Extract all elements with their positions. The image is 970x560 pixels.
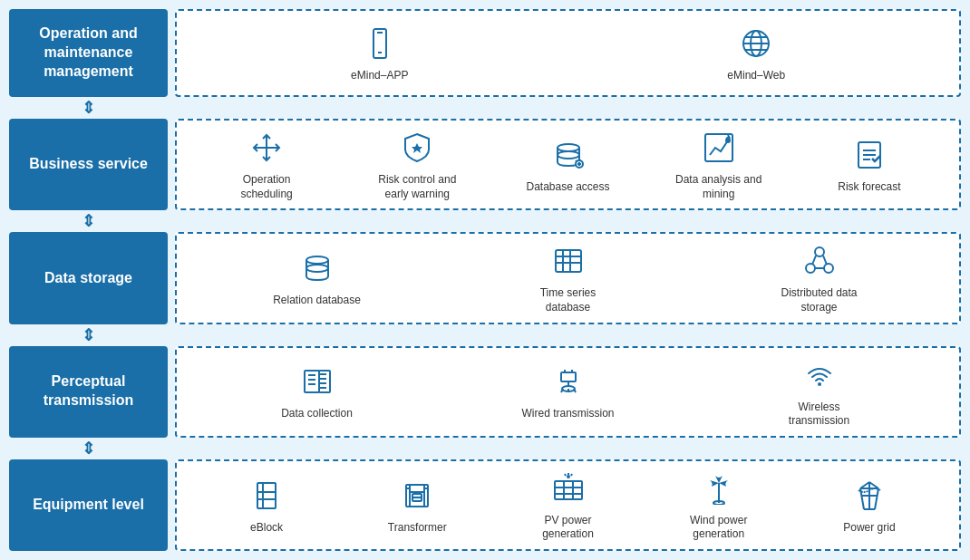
item-power-grid: Power grid [794, 476, 945, 536]
solar-icon [552, 468, 585, 508]
label-emind-app: eMind–APP [351, 69, 408, 83]
svg-point-73 [567, 475, 570, 478]
svg-line-82 [860, 482, 869, 488]
label-equipment-level: Equipment level [9, 459, 168, 551]
row-business-service: Business service Operation scheduling [9, 119, 961, 210]
analysis-icon [703, 128, 735, 168]
item-time-series-db: Time series database [442, 241, 694, 314]
arrow-4: ⇕ [9, 443, 961, 454]
label-data-collection: Data collection [281, 407, 353, 421]
item-transformer: Transformer [342, 476, 492, 536]
wireless-icon [803, 355, 836, 395]
label-emind-web: eMind–Web [727, 69, 785, 83]
item-pv-power: PV power generation [492, 468, 643, 542]
item-distributed-storage: Distributed data storage [694, 241, 945, 314]
svg-point-26 [306, 265, 328, 272]
label-perceptual-transmission: Perceptual transmission [9, 346, 168, 438]
wind-icon [703, 468, 735, 508]
item-relation-db: Relation database [191, 248, 442, 308]
label-power-grid: Power grid [843, 521, 895, 536]
label-business-service: Business service [9, 119, 168, 210]
label-wired-transmission: Wired transmission [521, 407, 614, 421]
collection-icon [301, 362, 334, 401]
database-icon [301, 248, 334, 288]
item-wired-transmission: Wired transmission [442, 362, 694, 421]
eblock-icon [250, 476, 283, 516]
transformer-icon [401, 476, 433, 516]
label-pv-power: PV power generation [519, 514, 618, 542]
arrow-2: ⇕ [9, 216, 961, 227]
arrow-3: ⇕ [9, 330, 961, 341]
svg-line-76 [565, 474, 566, 476]
svg-point-33 [806, 264, 815, 273]
scheduling-icon [250, 128, 283, 168]
row-operation-maintenance: Operation and maintenance management eMi… [9, 9, 961, 97]
main-diagram: Operation and maintenance management eMi… [9, 9, 961, 551]
svg-rect-27 [556, 250, 581, 272]
content-data-storage: Relation database Time series database [175, 232, 961, 323]
arrow-1: ⇕ [9, 102, 961, 113]
row-perceptual-transmission: Perceptual transmission [9, 346, 961, 438]
svg-point-25 [306, 256, 328, 264]
svg-line-36 [823, 256, 827, 265]
item-operation-scheduling: Operation scheduling [191, 128, 342, 201]
svg-rect-56 [257, 483, 276, 508]
svg-point-55 [818, 382, 821, 386]
label-relation-db: Relation database [273, 294, 361, 308]
svg-line-35 [812, 256, 816, 265]
label-distributed-storage: Distributed data storage [770, 286, 869, 314]
time-db-icon [552, 241, 585, 281]
label-database-access: Database access [526, 180, 609, 195]
wired-icon [552, 362, 585, 401]
distributed-icon [803, 241, 836, 281]
label-wind-power: Wind power generation [669, 514, 769, 542]
mobile-icon [364, 24, 396, 63]
content-operation-maintenance: eMind–APP eMind–Web [175, 9, 961, 97]
content-business-service: Operation scheduling Risk control and ea… [175, 119, 961, 210]
label-risk-control: Risk control and early warning [367, 173, 467, 201]
item-emind-app: eMind–APP [191, 24, 568, 83]
svg-point-11 [558, 144, 579, 151]
item-emind-web: eMind–Web [568, 24, 946, 83]
svg-rect-38 [305, 371, 319, 392]
content-equipment-level: eBlock Transformer [175, 459, 961, 551]
item-wind-power: Wind power generation [644, 468, 794, 542]
db-access-icon [552, 135, 585, 175]
label-time-series-db: Time series database [519, 286, 618, 314]
item-risk-forecast: Risk forecast [794, 135, 945, 195]
forecast-icon [853, 135, 886, 175]
item-risk-control: Risk control and early warning [342, 128, 492, 201]
svg-point-12 [558, 151, 579, 159]
item-wireless-transmission: Wireless transmission [694, 355, 945, 429]
svg-point-34 [824, 264, 833, 273]
content-perceptual-transmission: Data collection Wired trans [175, 346, 961, 438]
label-transformer: Transformer [388, 521, 447, 536]
grid-icon [853, 476, 886, 516]
item-data-analysis: Data analysis and mining [644, 128, 794, 201]
svg-line-83 [869, 482, 878, 488]
svg-line-75 [571, 474, 572, 476]
label-eblock: eBlock [250, 521, 283, 536]
item-data-collection: Data collection [191, 362, 442, 421]
svg-marker-10 [412, 143, 422, 153]
label-data-storage: Data storage [9, 232, 168, 323]
svg-rect-68 [555, 481, 582, 499]
globe-icon [740, 24, 772, 63]
shield-icon [401, 128, 433, 168]
label-wireless-transmission: Wireless transmission [770, 401, 869, 429]
label-risk-forecast: Risk forecast [838, 180, 900, 195]
svg-point-32 [815, 247, 824, 256]
item-eblock: eBlock [191, 476, 342, 536]
row-data-storage: Data storage Relation database [9, 232, 961, 323]
label-operation-scheduling: Operation scheduling [217, 173, 316, 201]
row-equipment-level: Equipment level eBlock [9, 459, 961, 551]
svg-rect-47 [561, 372, 576, 381]
svg-line-85 [875, 488, 878, 509]
item-database-access: Database access [492, 135, 643, 195]
label-operation-maintenance: Operation and maintenance management [9, 9, 168, 97]
label-data-analysis: Data analysis and mining [669, 173, 769, 201]
